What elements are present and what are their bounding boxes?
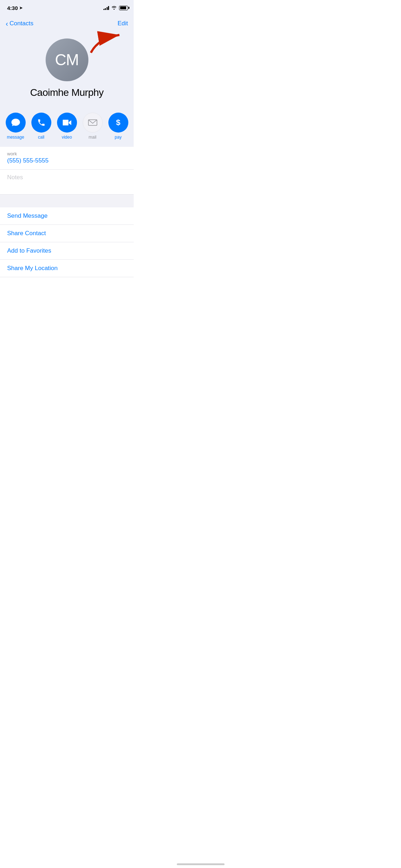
phone-label: work bbox=[7, 151, 127, 156]
mail-icon bbox=[88, 119, 97, 126]
action-list: Send Message Share Contact Add to Favori… bbox=[0, 207, 134, 277]
pay-label: pay bbox=[115, 135, 122, 140]
call-label: call bbox=[38, 135, 44, 140]
back-label: Contacts bbox=[10, 20, 34, 27]
pay-circle: $ bbox=[108, 113, 128, 133]
share-location-button[interactable]: Share My Location bbox=[0, 260, 134, 277]
video-label: video bbox=[62, 135, 72, 140]
call-action-button[interactable]: call bbox=[31, 113, 51, 140]
content-area: work (555) 555-5555 Notes Send Message S… bbox=[0, 147, 134, 277]
avatar-initials: CM bbox=[55, 51, 78, 69]
call-icon bbox=[37, 118, 46, 127]
back-button[interactable]: ‹ Contacts bbox=[6, 20, 34, 27]
battery-icon bbox=[119, 6, 128, 10]
edit-button[interactable]: Edit bbox=[118, 20, 128, 27]
phone-section: work (555) 555-5555 bbox=[0, 147, 134, 170]
message-icon bbox=[11, 118, 20, 127]
location-arrow-icon: ➤ bbox=[19, 6, 22, 10]
mail-action-button[interactable]: mail bbox=[83, 113, 103, 140]
video-circle bbox=[57, 113, 77, 133]
send-message-button[interactable]: Send Message bbox=[0, 207, 134, 225]
notes-placeholder: Notes bbox=[7, 174, 23, 181]
action-buttons-row: message call video mail $ pay bbox=[0, 107, 134, 147]
section-divider bbox=[0, 195, 134, 207]
wifi-icon bbox=[111, 5, 117, 11]
mail-label: mail bbox=[88, 135, 96, 140]
bottom-spacer bbox=[0, 277, 134, 320]
call-circle bbox=[31, 113, 51, 133]
share-contact-button[interactable]: Share Contact bbox=[0, 225, 134, 242]
message-label: message bbox=[7, 135, 24, 140]
video-action-button[interactable]: video bbox=[57, 113, 77, 140]
message-circle bbox=[6, 113, 26, 133]
message-action-button[interactable]: message bbox=[6, 113, 26, 140]
video-icon bbox=[62, 119, 72, 126]
mail-circle bbox=[83, 113, 103, 133]
signal-icon bbox=[103, 6, 109, 10]
status-time: 4:30 ➤ bbox=[7, 5, 22, 11]
phone-number[interactable]: (555) 555-5555 bbox=[7, 157, 127, 168]
status-bar: 4:30 ➤ bbox=[0, 0, 134, 16]
add-to-favorites-button[interactable]: Add to Favorites bbox=[0, 242, 134, 260]
avatar: CM bbox=[46, 38, 88, 81]
pay-icon: $ bbox=[116, 118, 120, 127]
notes-section[interactable]: Notes bbox=[0, 170, 134, 195]
status-icons bbox=[103, 5, 128, 11]
pay-action-button[interactable]: $ pay bbox=[108, 113, 128, 140]
arrow-annotation bbox=[84, 28, 130, 60]
contact-name: Caoimhe Murphy bbox=[30, 87, 103, 98]
back-chevron-icon: ‹ bbox=[6, 20, 8, 27]
